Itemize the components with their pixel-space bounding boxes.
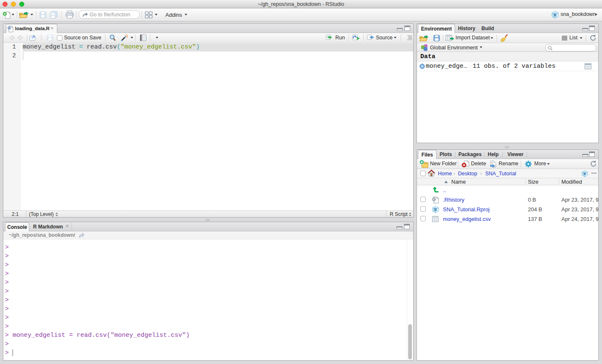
svg-text:R: R xyxy=(8,26,10,29)
svg-text:R: R xyxy=(434,208,437,212)
svg-text:R: R xyxy=(584,172,587,176)
svg-text:R: R xyxy=(553,13,557,17)
